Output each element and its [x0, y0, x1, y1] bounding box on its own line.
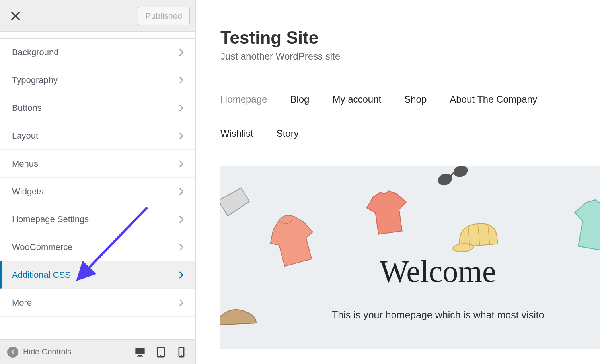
section-spacer — [0, 32, 195, 39]
nav-wishlist[interactable]: Wishlist — [220, 128, 253, 139]
nav-my-account[interactable]: My account — [332, 94, 381, 105]
section-label: Layout — [12, 131, 38, 141]
hero-title: Welcome — [380, 254, 496, 289]
section-menus[interactable]: Menus — [0, 150, 195, 178]
svg-point-8 — [436, 172, 454, 187]
svg-point-9 — [452, 166, 469, 179]
svg-rect-2 — [138, 355, 142, 356]
close-button[interactable] — [0, 0, 31, 31]
section-label: Homepage Settings — [12, 214, 89, 225]
device-desktop-button[interactable] — [133, 345, 147, 359]
section-woocommerce[interactable]: WooCommerce — [0, 233, 195, 261]
customizer-footer: Hide Controls — [0, 339, 195, 364]
hide-controls-label: Hide Controls — [23, 347, 71, 356]
svg-rect-3 — [137, 356, 143, 356]
section-background[interactable]: Background — [0, 39, 195, 66]
hide-controls-button[interactable]: Hide Controls — [7, 347, 126, 358]
nav-blog[interactable]: Blog — [290, 94, 309, 105]
mobile-icon — [177, 347, 186, 358]
chevron-right-icon — [177, 48, 186, 57]
shoes-icon — [220, 301, 260, 333]
customizer-header: Published — [0, 0, 195, 32]
site-nav: Homepage Blog My account Shop About The … — [220, 94, 579, 139]
tshirt-icon — [360, 186, 415, 240]
nav-homepage[interactable]: Homepage — [220, 94, 267, 105]
section-buttons[interactable]: Buttons — [0, 94, 195, 122]
chevron-right-icon — [177, 104, 186, 112]
section-widgets[interactable]: Widgets — [0, 178, 195, 205]
section-layout[interactable]: Layout — [0, 122, 195, 150]
site-title[interactable]: Testing Site — [220, 28, 600, 48]
device-tablet-button[interactable] — [154, 345, 168, 359]
section-homepage-settings[interactable]: Homepage Settings — [0, 205, 195, 233]
chevron-right-icon — [177, 159, 186, 168]
site-tagline: Just another WordPress site — [220, 51, 600, 62]
tshirt-icon — [564, 194, 600, 258]
desktop-icon — [134, 347, 146, 358]
sunglasses-icon — [433, 166, 473, 191]
section-label: Typography — [12, 75, 58, 85]
hero-section: Welcome This is your homepage which is w… — [220, 166, 600, 349]
section-label: Menus — [12, 159, 38, 169]
section-typography[interactable]: Typography — [0, 66, 195, 94]
tablet-icon — [156, 347, 165, 358]
device-mobile-button[interactable] — [175, 345, 188, 359]
belt-icon — [220, 184, 254, 219]
section-label: Widgets — [12, 186, 43, 197]
svg-rect-1 — [135, 348, 144, 354]
publish-button[interactable]: Published — [138, 7, 190, 25]
section-label: Buttons — [12, 103, 42, 113]
svg-point-10 — [452, 243, 474, 252]
chevron-right-icon — [177, 215, 186, 224]
section-label: WooCommerce — [12, 242, 72, 252]
section-additional-css[interactable]: Additional CSS — [0, 261, 195, 289]
section-label: Background — [12, 47, 58, 58]
nav-shop[interactable]: Shop — [404, 94, 427, 105]
hero-subtitle: This is your homepage which is what most… — [332, 309, 544, 321]
chevron-right-icon — [177, 271, 186, 279]
nav-story[interactable]: Story — [277, 128, 299, 139]
collapse-icon — [7, 347, 18, 358]
nav-about[interactable]: About The Company — [450, 94, 537, 105]
site-preview: Testing Site Just another WordPress site… — [196, 0, 600, 364]
close-icon — [10, 10, 21, 21]
customizer-sections[interactable]: Background Typography Buttons Layout Men… — [0, 32, 195, 339]
chevron-right-icon — [177, 243, 186, 252]
chevron-right-icon — [177, 298, 186, 307]
section-label: Additional CSS — [12, 270, 71, 280]
chevron-right-icon — [177, 187, 186, 196]
cap-icon — [450, 216, 505, 260]
chevron-right-icon — [177, 132, 186, 140]
svg-point-7 — [181, 355, 182, 356]
chevron-right-icon — [177, 76, 186, 85]
section-label: More — [12, 298, 32, 308]
hoodie-icon — [262, 209, 322, 271]
svg-point-5 — [160, 355, 162, 356]
section-more[interactable]: More — [0, 289, 195, 317]
customizer-panel: Published Background Typography Buttons … — [0, 0, 196, 364]
